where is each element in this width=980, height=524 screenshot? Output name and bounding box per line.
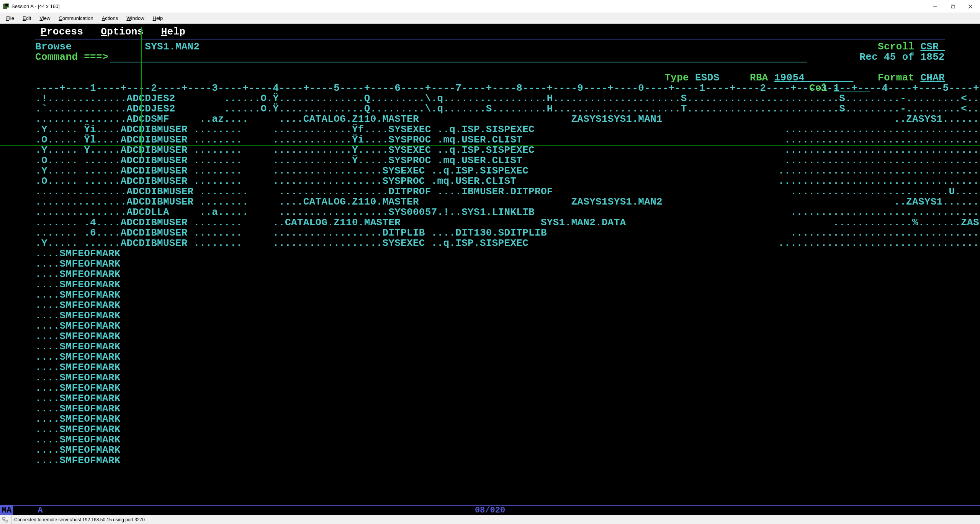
svg-rect-5 [952, 5, 955, 8]
menu-view[interactable]: View [36, 14, 54, 23]
data-row[interactable]: ....SMFEOFMARK [35, 424, 945, 435]
data-row[interactable]: ....... .6....ADCDIBMUSER ........ .....… [35, 228, 945, 238]
command-input[interactable] [110, 54, 807, 62]
data-row[interactable]: ...............ADCDIBMUSER ........ ....… [35, 197, 945, 207]
data-row[interactable]: ....SMFEOFMARK [35, 342, 945, 352]
scroll-value[interactable]: CSR [920, 41, 945, 52]
data-row[interactable]: ....SMFEOFMARK [35, 373, 945, 383]
data-row[interactable]: ....SMFEOFMARK [35, 249, 945, 259]
mode-label: Browse [35, 42, 72, 52]
oia-cursor-position: 08/020 [475, 506, 505, 515]
svg-rect-9 [5, 520, 7, 522]
data-row[interactable]: ....SMFEOFMARK [35, 362, 945, 373]
col-label: Col [809, 82, 828, 94]
data-row[interactable]: ....SMFEOFMARK [35, 393, 945, 404]
oia-status: MA [0, 506, 13, 515]
data-row[interactable]: ....SMFEOFMARK [35, 321, 945, 331]
data-row[interactable]: .Y..... ......ADCDIBMUSER ........ .....… [35, 238, 945, 249]
svg-rect-8 [3, 517, 5, 519]
app-icon [3, 3, 9, 10]
data-row[interactable]: ....SMFEOFMARK [35, 435, 945, 445]
data-row[interactable]: ....... .4....ADCDIBMUSER ........ ..CAT… [35, 218, 945, 228]
maximize-button[interactable] [944, 0, 962, 13]
data-row[interactable]: .O..... ......ADCDIBMUSER ........ .....… [35, 156, 945, 166]
data-row[interactable]: ....SMFEOFMARK [35, 383, 945, 393]
data-row[interactable]: ....SMFEOFMARK [35, 455, 945, 466]
dataset-name: SYS1.MAN2 [145, 42, 200, 52]
data-row[interactable]: .O..... Ÿl....ADCDIBMUSER ........ .....… [35, 135, 945, 145]
data-row[interactable]: ....SMFEOFMARK [35, 445, 945, 455]
data-row[interactable]: .`.............ADCDJES2 ......O.Ÿ.......… [35, 104, 945, 114]
term-menu-help[interactable]: Help [161, 27, 186, 37]
data-row[interactable]: ....SMFEOFMARK [35, 280, 945, 290]
oia-session: A [38, 506, 43, 515]
menu-window[interactable]: Window [123, 14, 148, 23]
data-row[interactable]: .Y..... Ÿi....ADCDIBMUSER ........ .....… [35, 124, 945, 135]
terminal-screen[interactable]: ProcessOptionsHelp Browse SYS1.MAN2 Rec … [0, 24, 980, 505]
menu-actions[interactable]: Actions [98, 14, 122, 23]
data-row[interactable]: ....SMFEOFMARK [35, 352, 945, 362]
close-button[interactable] [962, 0, 979, 13]
separator-line [35, 39, 945, 39]
window-controls [926, 0, 979, 13]
term-menu-options[interactable]: Options [101, 27, 143, 37]
command-label: Command ===> [35, 52, 108, 62]
data-area[interactable]: .!.............ADCDJES2 ......O.Ÿ.......… [35, 93, 945, 466]
data-row[interactable]: ....SMFEOFMARK [35, 300, 945, 311]
crosshair-vertical [141, 27, 142, 157]
data-row[interactable]: ....SMFEOFMARK [35, 331, 945, 342]
oia-bar: MA A 08/020 [0, 505, 980, 515]
menu-help[interactable]: Help [149, 14, 167, 23]
data-row[interactable]: .O..... ......ADCDIBMUSER ........ .....… [35, 176, 945, 187]
crosshair-horizontal [0, 145, 980, 146]
scroll-label: Scroll [878, 41, 914, 52]
data-row[interactable]: ....SMFEOFMARK [35, 269, 945, 280]
terminal-action-bar: ProcessOptionsHelp [35, 27, 945, 38]
window-title: Session A - [44 x 160] [11, 3, 60, 9]
data-row[interactable]: ....SMFEOFMARK [35, 404, 945, 414]
term-menu-process[interactable]: Process [41, 27, 83, 37]
status-text: Connected to remote server/host 192.168.… [11, 515, 145, 524]
data-row[interactable]: ....SMFEOFMARK [35, 414, 945, 424]
data-row[interactable]: ...............ADCDSMF ..az.... ....CATA… [35, 114, 945, 124]
data-row[interactable]: .Y..... Ÿ.....ADCDIBMUSER ........ .....… [35, 145, 945, 156]
statusbar: Connected to remote server/host 192.168.… [0, 515, 980, 524]
svg-rect-2 [5, 4, 8, 7]
connection-icon [2, 516, 8, 523]
data-row[interactable]: ...............ADCDIBMUSER ........ ....… [35, 187, 945, 197]
menubar: FileEditViewCommunicationActionsWindowHe… [0, 13, 980, 24]
data-row[interactable]: .Y..... ......ADCDIBMUSER ........ .....… [35, 166, 945, 176]
col-value[interactable]: 1 [834, 82, 870, 94]
menu-edit[interactable]: Edit [19, 14, 35, 23]
minimize-button[interactable] [926, 0, 944, 13]
window-titlebar: Session A - [44 x 160] [0, 0, 980, 13]
data-row[interactable]: ....SMFEOFMARK [35, 311, 945, 321]
menu-communication[interactable]: Communication [55, 14, 97, 23]
data-row[interactable]: ...............ADCDLLA ..a..... ........… [35, 207, 945, 218]
data-row[interactable]: ....SMFEOFMARK [35, 290, 945, 300]
data-row[interactable]: ....SMFEOFMARK [35, 259, 945, 269]
menu-file[interactable]: File [2, 14, 18, 23]
